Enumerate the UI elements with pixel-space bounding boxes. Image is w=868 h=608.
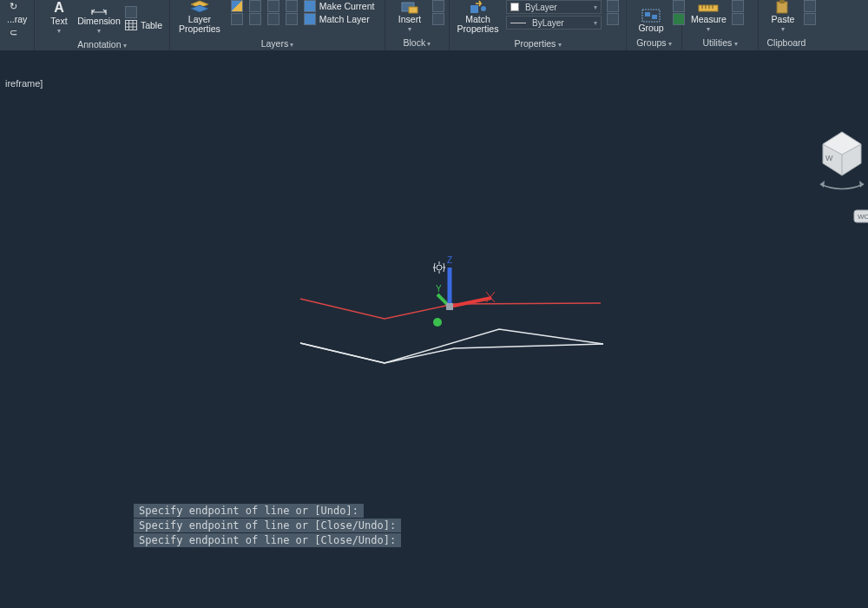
panel-title-groups[interactable]: Groups (627, 36, 681, 50)
cut-button[interactable] (802, 1, 818, 11)
panel-modify-tail: ↻ ...ray ⊂ (0, 0, 35, 50)
block-create-icon (432, 0, 444, 12)
copy-icon (804, 13, 816, 25)
prop-extra2-icon (607, 13, 619, 25)
panel-title-block[interactable]: Block (385, 36, 449, 50)
group-icon (641, 9, 661, 23)
layer-uniso-icon (231, 13, 243, 25)
lineweight-select[interactable]: ByLayer▾ (506, 16, 602, 30)
svg-rect-11 (652, 15, 657, 19)
layer-freeze-button[interactable] (247, 1, 263, 11)
panel-block: Insert▾ Block (385, 0, 450, 50)
layer-off-button[interactable] (284, 1, 299, 11)
panel-utilities: Measure▾ Utilities (682, 0, 759, 50)
panel-annotation: A Text▾ Dimension▾ Table Annotation (35, 0, 170, 50)
insert-icon (400, 0, 419, 14)
util-extra1-button[interactable] (730, 1, 746, 11)
layer-thaw-icon (249, 13, 261, 25)
panel-title-properties[interactable]: Properties (450, 37, 626, 51)
paste-icon (775, 0, 791, 14)
leader-button[interactable] (123, 7, 164, 17)
svg-rect-0 (125, 20, 136, 30)
table-button[interactable]: Table (123, 20, 164, 30)
layer-properties-button[interactable]: Layer Properties (175, 0, 224, 36)
layer-lock-button[interactable] (266, 1, 281, 11)
command-history-line: Specify endpoint of line or [Close/Undo]… (134, 533, 401, 547)
ribbon: ↻ ...ray ⊂ A Text▾ Dimension▾ (0, 0, 868, 50)
prop-extra1-button[interactable] (605, 1, 621, 11)
color-select[interactable]: ByLayer▾ (506, 0, 602, 14)
group-button[interactable]: Group (632, 0, 670, 35)
svg-rect-18 (779, 0, 785, 3)
util-extra1-icon (732, 0, 744, 12)
command-history: Specify endpoint of line or [Undo]: Spec… (134, 503, 401, 547)
panel-title-utilities[interactable]: Utilities (682, 36, 758, 50)
panel-title-clipboard[interactable]: Clipboard (759, 36, 814, 50)
rubber-band-endpoint (433, 318, 442, 327)
make-current-icon (304, 0, 316, 12)
util-extra2-icon (732, 13, 744, 25)
svg-rect-31 (446, 303, 453, 310)
layer-freeze-icon (249, 0, 261, 12)
panel-title-modify[interactable] (0, 39, 34, 50)
line-white-1[interactable] (300, 329, 603, 363)
lineweight-icon (510, 23, 526, 23)
svg-rect-7 (470, 5, 478, 13)
svg-rect-6 (409, 7, 418, 13)
model-viewport[interactable]: ireframe] W WC (0, 68, 868, 565)
panel-title-layers[interactable]: Layers (170, 37, 385, 51)
block-create-button[interactable] (431, 1, 446, 11)
color-swatch-icon (510, 3, 519, 11)
match-layer-button[interactable]: Match Layer (302, 14, 372, 24)
svg-rect-10 (645, 12, 650, 17)
drawing-canvas: Y Z (0, 68, 868, 565)
layer-thaw-button[interactable] (247, 14, 263, 24)
cut-icon (804, 0, 816, 12)
status-bar-area (0, 547, 868, 608)
prop-extra1-icon (607, 0, 619, 12)
block-edit-button[interactable] (431, 14, 446, 24)
layers-stack-icon (189, 0, 210, 14)
match-properties-button[interactable]: Match Properties (455, 0, 501, 36)
layer-iso-icon (231, 0, 243, 12)
table-icon (125, 19, 137, 31)
layer-uniso-button[interactable] (229, 14, 245, 24)
dimension-icon (90, 3, 108, 16)
match-props-icon (470, 0, 487, 14)
block-edit-icon (432, 13, 444, 25)
paste-button[interactable]: Paste▾ (764, 0, 802, 35)
measure-icon (698, 2, 719, 14)
axis-y-label: Y (436, 284, 442, 294)
util-extra2-button[interactable] (730, 14, 746, 24)
text-icon: A (54, 0, 64, 16)
copy-button[interactable] (802, 14, 818, 24)
axis-z-label: Z (447, 255, 452, 265)
panel-layers: Layer Properties Make Current Match Laye… (170, 0, 385, 50)
ucs-icon[interactable]: Y Z (436, 255, 495, 310)
panel-properties: Match Properties ByLayer▾ ByLayer▾ Prope… (450, 0, 627, 50)
ribbon-shadow (0, 50, 868, 68)
layer-iso-button[interactable] (229, 1, 245, 11)
insert-button[interactable]: Insert▾ (391, 0, 429, 35)
svg-line-26 (450, 298, 491, 307)
dimension-button[interactable]: Dimension▾ (78, 0, 120, 36)
stretch-button[interactable]: ⊂ (5, 27, 29, 37)
panel-clipboard: Paste▾ Clipboard (759, 0, 814, 50)
layer-unlock-button[interactable] (266, 14, 281, 24)
make-current-button[interactable]: Make Current (302, 1, 377, 11)
array-button[interactable]: ...ray (5, 14, 29, 24)
measure-button[interactable]: Measure▾ (687, 0, 730, 35)
svg-point-8 (481, 6, 486, 11)
command-history-line: Specify endpoint of line or [Undo]: (134, 504, 364, 518)
panel-groups: Group Groups (627, 0, 682, 50)
layer-on-button[interactable] (284, 14, 299, 24)
layer-on-icon (286, 13, 298, 25)
panel-title-annotation[interactable]: Annotation (35, 38, 169, 52)
layer-lock-icon (267, 0, 279, 12)
svg-rect-12 (699, 5, 718, 11)
prop-extra2-button[interactable] (605, 14, 621, 24)
layer-off-icon (286, 0, 298, 12)
line-white-2[interactable] (300, 343, 603, 363)
rotate-button[interactable]: ↻ (5, 1, 29, 11)
text-button[interactable]: A Text▾ (40, 0, 78, 36)
